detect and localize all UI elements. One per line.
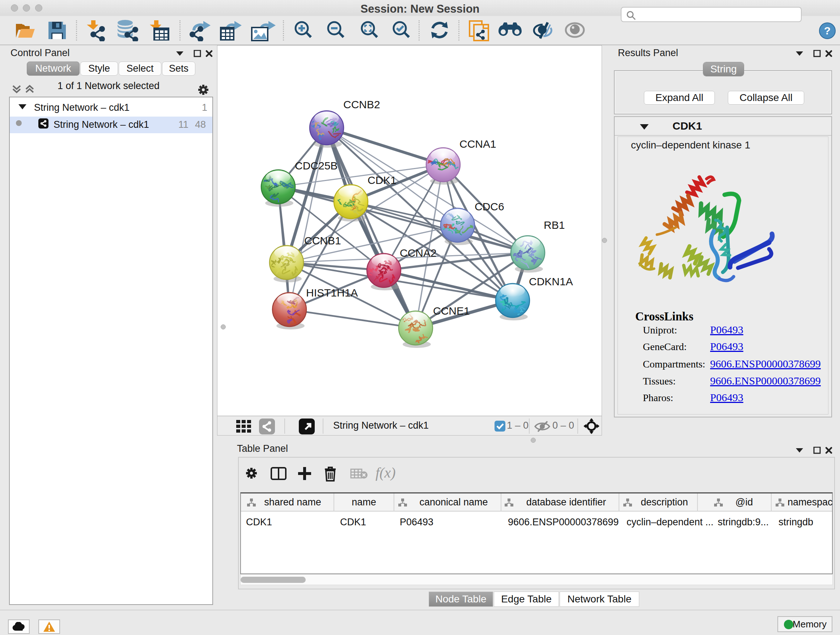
svg-text:CDC6: CDC6 <box>475 201 504 212</box>
svg-text:HIST1H1A: HIST1H1A <box>306 287 358 299</box>
svg-text:CCNA2: CCNA2 <box>400 247 437 259</box>
svg-text:?: ? <box>824 25 831 36</box>
svg-text:CCNB1: CCNB1 <box>304 234 341 247</box>
svg-text:CDK1: CDK1 <box>368 174 396 186</box>
svg-text:CCNA1: CCNA1 <box>459 138 496 150</box>
svg-text:CDKN1A: CDKN1A <box>529 276 573 287</box>
svg-text:CCNB2: CCNB2 <box>343 98 380 111</box>
svg-text:CCNE1: CCNE1 <box>433 305 470 317</box>
svg-text:CDC25B: CDC25B <box>295 160 338 172</box>
svg-text:RB1: RB1 <box>544 219 565 231</box>
